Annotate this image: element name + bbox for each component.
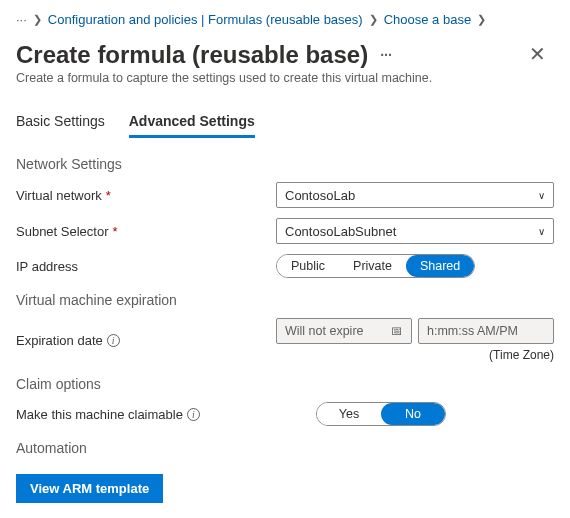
- ip-option-private[interactable]: Private: [339, 255, 406, 277]
- page-subtitle: Create a formula to capture the settings…: [16, 71, 554, 85]
- chevron-right-icon: ❯: [477, 13, 486, 26]
- expiration-time-input[interactable]: h:mm:ss AM/PM: [418, 318, 554, 344]
- ip-address-toggle: Public Private Shared: [276, 254, 475, 278]
- claimable-yes[interactable]: Yes: [317, 403, 381, 425]
- info-icon[interactable]: i: [107, 334, 120, 347]
- breadcrumb: ··· ❯ Configuration and policies | Formu…: [16, 12, 554, 27]
- page-title: Create formula (reusable base): [16, 41, 368, 69]
- vnet-label: Virtual network *: [16, 188, 276, 203]
- chevron-down-icon: ∨: [538, 226, 545, 237]
- claimable-no[interactable]: No: [381, 403, 445, 425]
- vnet-label-text: Virtual network: [16, 188, 102, 203]
- claimable-label-text: Make this machine claimable: [16, 407, 183, 422]
- section-network: Network Settings: [16, 156, 554, 172]
- more-actions-button[interactable]: ···: [380, 47, 392, 63]
- required-indicator: *: [113, 224, 118, 239]
- chevron-right-icon: ❯: [369, 13, 378, 26]
- subnet-label: Subnet Selector *: [16, 224, 276, 239]
- expiration-date-input[interactable]: Will not expire 📅︎: [276, 318, 412, 344]
- tab-basic-settings[interactable]: Basic Settings: [16, 107, 105, 138]
- expiration-date-label-text: Expiration date: [16, 333, 103, 348]
- chevron-down-icon: ∨: [538, 190, 545, 201]
- ip-label: IP address: [16, 259, 276, 274]
- breadcrumb-overflow[interactable]: ···: [16, 12, 27, 27]
- expiration-time-placeholder: h:mm:ss AM/PM: [427, 324, 518, 338]
- vnet-select-value: ContosoLab: [285, 188, 355, 203]
- breadcrumb-item-config[interactable]: Configuration and policies | Formulas (r…: [48, 12, 363, 27]
- section-automation: Automation: [16, 440, 554, 456]
- section-claim: Claim options: [16, 376, 554, 392]
- subnet-select-value: ContosoLabSubnet: [285, 224, 396, 239]
- vnet-select[interactable]: ContosoLab ∨: [276, 182, 554, 208]
- tab-advanced-settings[interactable]: Advanced Settings: [129, 107, 255, 138]
- ip-option-public[interactable]: Public: [277, 255, 339, 277]
- subnet-label-text: Subnet Selector: [16, 224, 109, 239]
- claimable-label: Make this machine claimable i: [16, 407, 276, 422]
- claimable-toggle: Yes No: [316, 402, 446, 426]
- close-button[interactable]: ✕: [521, 38, 554, 70]
- subnet-select[interactable]: ContosoLabSubnet ∨: [276, 218, 554, 244]
- ip-option-shared[interactable]: Shared: [406, 255, 474, 277]
- breadcrumb-item-choose-base[interactable]: Choose a base: [384, 12, 471, 27]
- required-indicator: *: [106, 188, 111, 203]
- expiration-date-label: Expiration date i: [16, 333, 276, 348]
- page-title-row: Create formula (reusable base) ···: [16, 41, 392, 69]
- tabs: Basic Settings Advanced Settings: [16, 107, 554, 138]
- section-expiration: Virtual machine expiration: [16, 292, 554, 308]
- expiration-date-value: Will not expire: [285, 324, 364, 338]
- chevron-right-icon: ❯: [33, 13, 42, 26]
- info-icon[interactable]: i: [187, 408, 200, 421]
- timezone-link[interactable]: (Time Zone): [276, 348, 554, 362]
- calendar-icon: 📅︎: [391, 324, 403, 338]
- view-arm-template-button[interactable]: View ARM template: [16, 474, 163, 503]
